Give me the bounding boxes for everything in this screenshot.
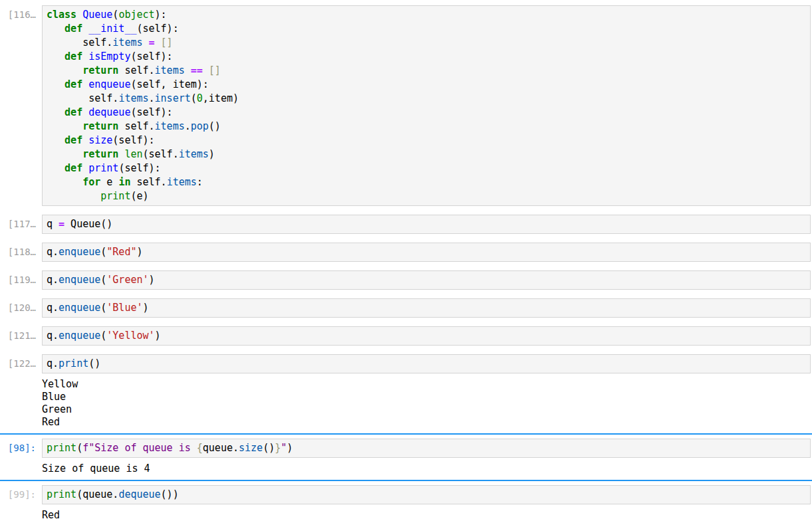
code-token: items (179, 148, 209, 160)
notebook-cell: [99]: print(queue.dequeue()) Red (0, 480, 812, 519)
code-token: enqueue (59, 246, 100, 258)
code-token (47, 78, 65, 90)
notebook-cell: [118… q.enqueue("Red") (0, 243, 812, 262)
output-line: Blue (42, 391, 812, 403)
code-token: self. (130, 176, 166, 188)
code-editor[interactable]: q.enqueue("Red") (42, 243, 811, 262)
code-token: q. (47, 302, 59, 314)
code-token: ()) (161, 488, 179, 500)
code-token: items (155, 64, 185, 76)
code-token: ( (100, 330, 106, 342)
code-token: self. (118, 64, 154, 76)
code-token: : (197, 176, 203, 188)
code-token (47, 64, 82, 76)
code-token: def (65, 106, 82, 118)
code-token: ) (209, 148, 215, 160)
code-editor[interactable]: q.enqueue('Blue') (42, 298, 811, 318)
code-content: q.print() (47, 357, 806, 371)
code-token: len (124, 148, 142, 160)
code-line: return self.items == [] (47, 64, 806, 78)
code-token: enqueue (88, 78, 130, 90)
code-token: print (47, 488, 76, 500)
code-token: items (155, 120, 185, 132)
code-line: q = Queue() (47, 217, 806, 231)
output-prompt-spacer (0, 377, 42, 381)
code-token: q. (47, 330, 59, 342)
code-token: def (65, 78, 82, 90)
code-token (47, 176, 82, 188)
code-token: (e) (130, 190, 148, 202)
cell-output: Red (42, 508, 812, 519)
output-line: Red (42, 416, 812, 429)
code-token: insert (155, 92, 191, 104)
code-token: q. (47, 274, 59, 286)
code-token: return (82, 64, 118, 76)
code-token (155, 37, 161, 49)
code-editor[interactable]: print(f"Size of queue is {queue.size()}"… (42, 439, 811, 458)
code-token (203, 64, 209, 76)
code-token: q. (47, 246, 59, 258)
code-line: q.enqueue('Blue') (47, 301, 806, 315)
execution-count: [118… (0, 243, 42, 258)
code-token (82, 23, 88, 35)
code-content: q.enqueue('Green') (47, 273, 806, 287)
code-token: print (59, 358, 88, 369)
code-token: (self. (143, 148, 179, 160)
code-token: ) (287, 442, 293, 454)
code-token: Queue() (65, 218, 112, 230)
code-line: q.enqueue('Green') (47, 273, 806, 287)
code-token (76, 9, 82, 21)
code-token: () (209, 120, 221, 132)
execution-count: [116… (0, 5, 42, 21)
execution-count: [120… (0, 298, 42, 314)
code-token: = (59, 218, 65, 230)
code-token: self. (47, 37, 112, 49)
code-token: e (100, 176, 118, 188)
notebook-cell: [98]: print(f"Size of queue is {queue.si… (0, 433, 812, 476)
execution-count: [117… (0, 215, 42, 230)
code-token (47, 106, 65, 118)
code-token: queue. (203, 442, 239, 454)
code-token: (self): (118, 162, 160, 174)
code-token: = (149, 37, 155, 49)
code-token: dequeue (88, 106, 130, 118)
code-token: () (88, 358, 100, 369)
code-token: () (263, 442, 275, 454)
code-token: size (88, 134, 112, 146)
code-token: return (82, 120, 118, 132)
code-editor[interactable]: q = Queue() (42, 215, 811, 234)
code-token: 'Blue' (106, 302, 142, 314)
code-content: print(f"Size of queue is {queue.size()}"… (47, 441, 806, 455)
code-line: print(f"Size of queue is {queue.size()}"… (47, 441, 806, 455)
code-token: def (65, 134, 82, 146)
code-token: q (47, 218, 59, 230)
execution-count: [121… (0, 326, 42, 342)
code-token: ( (100, 274, 106, 286)
code-content: class Queue(object): def __init__(self):… (47, 8, 806, 203)
code-line: return len(self.items) (47, 148, 806, 161)
code-line: def print(self): (47, 161, 806, 175)
code-editor[interactable]: q.enqueue('Green') (42, 270, 811, 290)
code-content: q = Queue() (47, 217, 806, 231)
code-line: return self.items.pop() (47, 120, 806, 134)
code-token (82, 134, 88, 146)
code-token (47, 134, 65, 146)
output-prompt-spacer (0, 508, 42, 512)
code-editor[interactable]: class Queue(object): def __init__(self):… (42, 5, 811, 206)
code-line: print(queue.dequeue()) (47, 488, 806, 502)
code-token: __init__ (88, 23, 136, 35)
code-editor[interactable]: q.print() (42, 354, 811, 373)
code-content: q.enqueue('Yellow') (47, 329, 806, 343)
code-token (82, 51, 88, 62)
code-token: ) (136, 246, 142, 258)
code-token: ( (76, 442, 82, 454)
code-token: " (281, 442, 287, 454)
code-token: enqueue (59, 330, 100, 342)
code-token (47, 190, 100, 202)
code-token: [] (161, 37, 173, 49)
notebook-cell: [119… q.enqueue('Green') (0, 270, 812, 290)
code-editor[interactable]: q.enqueue('Yellow') (42, 326, 811, 346)
code-editor[interactable]: print(queue.dequeue()) (42, 485, 811, 504)
code-token: . (185, 120, 191, 132)
code-token: self. (118, 120, 154, 132)
